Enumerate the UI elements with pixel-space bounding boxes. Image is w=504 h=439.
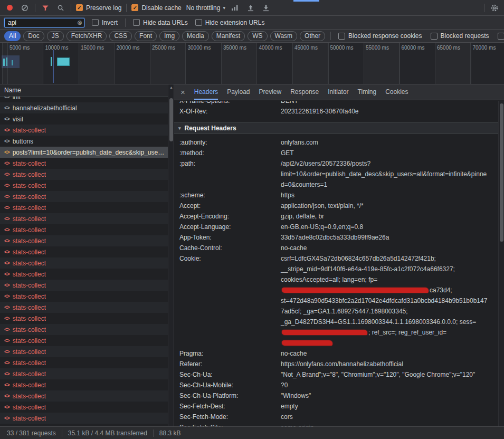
request-row[interactable]: <>stats-collect bbox=[0, 313, 174, 324]
request-row[interactable]: <>stats-collect bbox=[0, 125, 174, 136]
header-name: Pragma: bbox=[179, 348, 281, 359]
tab-timing[interactable]: Timing bbox=[358, 84, 377, 100]
filter-toggle-button[interactable] bbox=[40, 3, 51, 13]
request-row[interactable]: <>stats-collect bbox=[0, 257, 174, 269]
request-row[interactable]: <>stats-collect bbox=[0, 413, 174, 424]
filter-chip-ws[interactable]: WS bbox=[248, 31, 267, 41]
filter-chip-wasm[interactable]: Wasm bbox=[270, 31, 298, 41]
request-headers-section[interactable]: ▾ Request Headers bbox=[174, 122, 498, 134]
name-column-header[interactable]: Name bbox=[0, 84, 174, 97]
close-details-button[interactable]: × bbox=[180, 88, 185, 96]
request-row[interactable]: <>stats-collect bbox=[0, 324, 174, 335]
disable-cache-checkbox[interactable]: ✓ Disable cache bbox=[131, 4, 181, 12]
request-name: stats-collect bbox=[13, 426, 46, 427]
network-conditions-button[interactable] bbox=[230, 3, 241, 13]
request-row[interactable]: <>stats-collect bbox=[0, 357, 174, 368]
request-row[interactable]: <>buttons bbox=[0, 136, 174, 147]
header-value: empty bbox=[281, 401, 490, 412]
header-row: :path:/api2/v2/users/20572336/posts?limi… bbox=[174, 158, 498, 190]
filter-chip-other[interactable]: Other bbox=[300, 31, 325, 41]
details-scrollbar[interactable] bbox=[498, 101, 504, 426]
export-har-button[interactable] bbox=[261, 3, 271, 13]
request-row[interactable]: <>stats-collect bbox=[0, 213, 174, 224]
timeline-overview[interactable]: 5000 ms10000 ms15000 ms20000 ms25000 ms3… bbox=[0, 43, 504, 84]
request-row[interactable]: <>stats-collect bbox=[0, 379, 174, 390]
tab-preview[interactable]: Preview bbox=[259, 84, 282, 100]
devtools-network-panel: ✓ Preserve log ✓ Disable cache No thrott… bbox=[0, 0, 504, 439]
request-row[interactable]: <>stats-collect bbox=[0, 246, 174, 257]
request-row[interactable]: <>stats-collect bbox=[0, 291, 174, 302]
header-value: "Not_A Brand";v="8", "Chromium";v="120",… bbox=[281, 369, 490, 380]
request-row[interactable]: <>stats-collect bbox=[0, 269, 174, 280]
filter-chip-media[interactable]: Media bbox=[182, 31, 209, 41]
search-button[interactable] bbox=[55, 3, 66, 13]
request-row[interactable]: <>stats-collect bbox=[0, 202, 174, 213]
code-icon: <> bbox=[4, 415, 9, 421]
code-icon: <> bbox=[4, 360, 9, 366]
request-row[interactable]: <>init bbox=[0, 97, 174, 102]
request-row[interactable]: <>hannahelizabethofficial bbox=[0, 102, 174, 113]
request-row[interactable]: <>posts?limit=10&order=publish_date_desc… bbox=[0, 147, 174, 158]
request-row[interactable]: <>stats-collect bbox=[0, 335, 174, 346]
request-row[interactable]: <>stats-collect bbox=[0, 402, 174, 413]
request-name: stats-collect bbox=[13, 215, 46, 223]
code-icon: <> bbox=[4, 260, 9, 266]
request-row[interactable]: <>stats-collect bbox=[0, 368, 174, 379]
request-row[interactable]: <>stats-collect bbox=[0, 180, 174, 191]
request-row[interactable]: <>stats-collect bbox=[0, 390, 174, 402]
filter-chip-js[interactable]: JS bbox=[47, 31, 64, 41]
clear-network-log-button[interactable] bbox=[20, 3, 30, 13]
clear-filter-icon[interactable]: ⊗ bbox=[77, 20, 82, 26]
blocked-response-cookies-checkbox[interactable]: Blocked response cookies bbox=[338, 32, 422, 40]
tab-headers[interactable]: Headers bbox=[194, 84, 218, 100]
preserve-log-checkbox[interactable]: ✓ Preserve log bbox=[76, 4, 121, 12]
blocked-requests-checkbox[interactable]: Blocked requests bbox=[431, 32, 489, 40]
tab-cookies[interactable]: Cookies bbox=[385, 84, 408, 100]
request-row[interactable]: <>stats-collect bbox=[0, 346, 174, 357]
tab-initiator[interactable]: Initiator bbox=[328, 84, 348, 100]
record-button[interactable] bbox=[4, 3, 15, 13]
checkbox-label: Blocked requests bbox=[441, 32, 489, 40]
filter-chip-img[interactable]: Img bbox=[159, 31, 179, 41]
import-har-button[interactable] bbox=[245, 3, 256, 13]
request-row[interactable]: <>stats-collect bbox=[0, 235, 174, 246]
header-row: Cookie:csrf=LdfcGX4Sa72db06824c657db26a5… bbox=[174, 253, 498, 348]
scroll-up-icon[interactable]: ▲ bbox=[168, 85, 174, 89]
network-filter-input[interactable] bbox=[4, 18, 84, 27]
scrollbar-thumb[interactable] bbox=[500, 103, 503, 242]
request-row[interactable]: <>visit bbox=[0, 113, 174, 125]
request-row[interactable]: <>stats-collect bbox=[0, 424, 174, 426]
request-name: stats-collect bbox=[13, 127, 46, 134]
details-tab-bar: × HeadersPayloadPreviewResponseInitiator… bbox=[174, 84, 504, 100]
filter-chip-css[interactable]: CSS bbox=[109, 31, 132, 41]
tab-payload[interactable]: Payload bbox=[227, 84, 250, 100]
filter-chip-manifest[interactable]: Manifest bbox=[212, 31, 245, 41]
hide-extension-urls-checkbox[interactable]: Hide extension URLs bbox=[195, 19, 265, 26]
filter-chip-all[interactable]: All bbox=[4, 31, 21, 41]
filter-chip-doc[interactable]: Doc bbox=[23, 31, 44, 41]
scrollbar-thumb[interactable] bbox=[169, 98, 173, 141]
filter-chip-fetch-xhr[interactable]: Fetch/XHR bbox=[66, 31, 107, 41]
header-row: Sec-Ch-Ua-Mobile:?0 bbox=[174, 380, 498, 390]
request-row[interactable]: <>stats-collect bbox=[0, 158, 174, 169]
checkbox-label: Blocked response cookies bbox=[348, 32, 422, 40]
filter-chip-font[interactable]: Font bbox=[135, 31, 157, 41]
redaction-scribble bbox=[282, 288, 429, 293]
request-row[interactable]: <>stats-collect bbox=[0, 169, 174, 180]
timeline-label: 40000 ms bbox=[259, 45, 282, 51]
request-row[interactable]: <>stats-collect bbox=[0, 302, 174, 313]
request-row[interactable]: <>stats-collect bbox=[0, 224, 174, 235]
settings-button[interactable] bbox=[489, 3, 500, 13]
throttling-select[interactable]: No throttling ▾ bbox=[186, 4, 225, 12]
timeline-label: 65000 ms bbox=[437, 45, 460, 51]
3rd-party-requests-checkbox[interactable]: 3rd-party requests bbox=[498, 32, 504, 40]
request-list-scrollbar[interactable]: ▲ bbox=[168, 84, 174, 426]
invert-checkbox[interactable]: Invert bbox=[92, 19, 118, 26]
request-row[interactable]: <>stats-collect bbox=[0, 191, 174, 202]
header-row: X-Of-Rev:202312261916-30670fa40e bbox=[174, 106, 498, 117]
tab-response[interactable]: Response bbox=[290, 84, 319, 100]
request-row[interactable]: <>stats-collect bbox=[0, 280, 174, 291]
header-value: no-cache bbox=[281, 243, 490, 253]
request-name: stats-collect bbox=[13, 160, 46, 167]
hide-data-urls-checkbox[interactable]: Hide data URLs bbox=[133, 19, 188, 26]
